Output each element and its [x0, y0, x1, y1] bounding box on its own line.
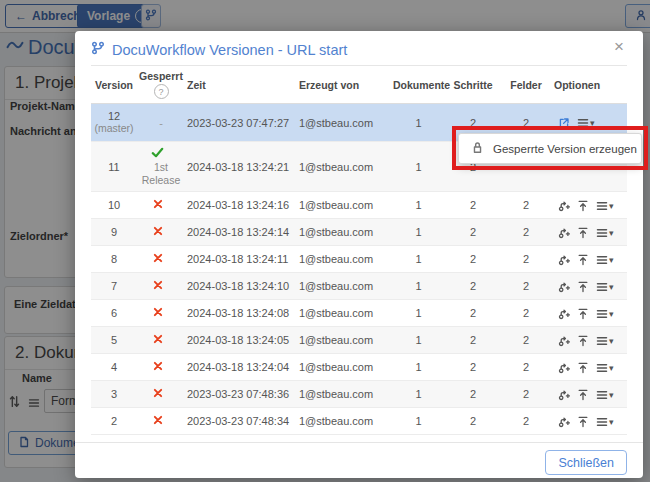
version-cell: 9: [91, 219, 137, 246]
schritte-cell: 2: [446, 327, 500, 354]
row-menu-button[interactable]: ▾: [596, 335, 614, 347]
erzeugt-von-cell: 1@stbeau.com: [297, 246, 391, 273]
version-cell: 4: [91, 354, 137, 381]
create-version-icon[interactable]: [558, 335, 570, 347]
open-version-icon[interactable]: [558, 117, 570, 129]
restore-version-icon[interactable]: [577, 416, 589, 428]
zeit-cell: 2024-03-18 13:24:05: [185, 327, 297, 354]
col-dokumente: Dokumente: [391, 66, 446, 104]
create-version-icon[interactable]: [558, 281, 570, 293]
create-version-icon[interactable]: [558, 416, 570, 428]
restore-version-icon[interactable]: [577, 389, 589, 401]
version-cell: 5: [91, 327, 137, 354]
optionen-cell: ▾: [552, 327, 627, 354]
gesperrte-version-erzeugen-item[interactable]: Gesperrte Version erzeugen: [493, 143, 637, 155]
zeit-cell: 2024-03-18 13:24:14: [185, 219, 297, 246]
create-version-icon[interactable]: [558, 227, 570, 239]
restore-version-icon[interactable]: [577, 281, 589, 293]
gesperrt-cell: [137, 300, 185, 327]
dokumente-cell: 1: [391, 192, 446, 219]
row-menu-button[interactable]: ▾: [596, 281, 614, 293]
version-cell: 8: [91, 246, 137, 273]
schritte-cell: 2: [446, 273, 500, 300]
gesperrt-header-text: Gesperrt: [139, 70, 183, 82]
row-menu-button[interactable]: ▾: [596, 416, 614, 428]
help-icon[interactable]: ?: [154, 84, 169, 99]
version-row-10[interactable]: 102024-03-18 13:24:161@stbeau.com122▾: [91, 192, 627, 219]
schritte-cell: 2: [446, 219, 500, 246]
felder-cell: 2: [500, 408, 552, 435]
create-version-icon[interactable]: [558, 254, 570, 266]
code-branch-icon: [91, 41, 105, 58]
zeit-cell: 2024-03-18 13:24:10: [185, 273, 297, 300]
chevron-down-icon: ▾: [609, 228, 614, 238]
modal-title: DocuWorkflow Versionen - URL start: [91, 41, 347, 58]
gesperrt-cell: [137, 354, 185, 381]
gesperrt-cell: [137, 246, 185, 273]
gesperrt-cell: [137, 273, 185, 300]
cross-icon: [153, 388, 163, 400]
version-cell: 12(master): [91, 104, 137, 142]
restore-version-icon[interactable]: [577, 362, 589, 374]
create-version-icon[interactable]: [558, 362, 570, 374]
restore-version-icon[interactable]: [577, 200, 589, 212]
felder-cell: 2: [500, 354, 552, 381]
erzeugt-von-cell: 1@stbeau.com: [297, 104, 391, 142]
cross-icon: [153, 280, 163, 292]
col-felder: Felder: [500, 66, 552, 104]
gesperrt-cell: [137, 327, 185, 354]
version-row-2[interactable]: 22023-03-23 07:48:341@stbeau.com122▾: [91, 408, 627, 435]
row-menu-button[interactable]: ▾: [577, 117, 595, 129]
create-version-icon[interactable]: [558, 200, 570, 212]
restore-version-icon[interactable]: [577, 335, 589, 347]
version-row-9[interactable]: 92024-03-18 13:24:141@stbeau.com122▾: [91, 219, 627, 246]
restore-version-icon[interactable]: [577, 308, 589, 320]
dokumente-cell: 1: [391, 219, 446, 246]
version-row-6[interactable]: 62024-03-18 13:24:081@stbeau.com122▾: [91, 300, 627, 327]
table-header-row: Version Gesperrt ? Zeit Erzeugt von Doku…: [91, 66, 627, 104]
create-version-icon[interactable]: [558, 308, 570, 320]
gesperrt-cell: [137, 192, 185, 219]
chevron-down-icon: ▾: [609, 201, 614, 211]
chevron-down-icon: ▾: [609, 417, 614, 427]
modal-title-text: DocuWorkflow Versionen - URL start: [112, 42, 347, 58]
erzeugt-von-cell: 1@stbeau.com: [297, 300, 391, 327]
row-menu-button[interactable]: ▾: [596, 362, 614, 374]
zeit-cell: 2023-03-23 07:48:34: [185, 408, 297, 435]
optionen-cell: ▾: [552, 408, 627, 435]
felder-cell: 2: [500, 273, 552, 300]
version-row-8[interactable]: 82024-03-18 13:24:111@stbeau.com122▾: [91, 246, 627, 273]
schritte-cell: 2: [446, 354, 500, 381]
row-menu-button[interactable]: ▾: [596, 227, 614, 239]
zeit-cell: 2024-03-18 13:24:11: [185, 246, 297, 273]
screen: ← Abbrechen Vorlage i W DocuWo 1. Projek…: [0, 0, 650, 482]
version-row-3[interactable]: 32023-03-23 07:48:361@stbeau.com122▾: [91, 381, 627, 408]
row-menu-button[interactable]: ▾: [596, 308, 614, 320]
restore-version-icon[interactable]: [577, 254, 589, 266]
version-row-4[interactable]: 42024-03-18 13:24:041@stbeau.com122▾: [91, 354, 627, 381]
schliessen-button[interactable]: Schließen: [545, 450, 627, 475]
create-version-icon[interactable]: [558, 389, 570, 401]
col-optionen: Optionen: [552, 66, 627, 104]
restore-version-icon[interactable]: [577, 227, 589, 239]
felder-cell: 2: [500, 327, 552, 354]
close-icon[interactable]: ×: [608, 37, 630, 56]
chevron-down-icon: ▾: [609, 255, 614, 265]
check-icon: [151, 149, 164, 161]
optionen-cell: ▾: [552, 219, 627, 246]
version-row-5[interactable]: 52024-03-18 13:24:051@stbeau.com122▾: [91, 327, 627, 354]
dokumente-cell: 1: [391, 408, 446, 435]
row-menu-button[interactable]: ▾: [596, 389, 614, 401]
cross-icon: [153, 307, 163, 319]
felder-cell: 2: [500, 246, 552, 273]
col-gesperrt: Gesperrt ?: [137, 66, 185, 104]
dokumente-cell: 1: [391, 273, 446, 300]
row-menu-button[interactable]: ▾: [596, 200, 614, 212]
versions-modal: DocuWorkflow Versionen - URL start × Ver…: [75, 31, 643, 478]
row-menu-button[interactable]: ▾: [596, 254, 614, 266]
version-cell: 3: [91, 381, 137, 408]
version-cell: 6: [91, 300, 137, 327]
version-row-7[interactable]: 72024-03-18 13:24:101@stbeau.com122▾: [91, 273, 627, 300]
erzeugt-von-cell: 1@stbeau.com: [297, 142, 391, 192]
zeit-cell: 2024-03-18 13:24:16: [185, 192, 297, 219]
